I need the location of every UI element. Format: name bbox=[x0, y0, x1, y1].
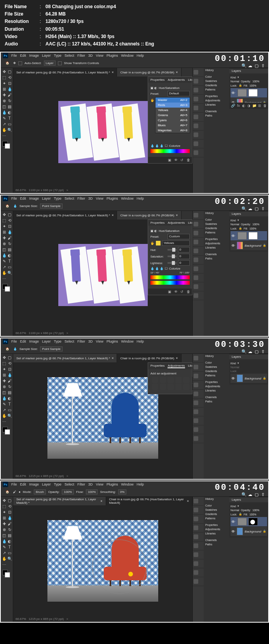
dd-greens[interactable]: GreensAlt+5 bbox=[155, 113, 190, 118]
close-tab-icon[interactable]: × bbox=[176, 70, 178, 74]
eraser-tool[interactable]: ◫ bbox=[2, 104, 7, 109]
close-tab-icon[interactable]: × bbox=[112, 70, 114, 74]
marquee-tool[interactable]: ⬚ bbox=[2, 75, 7, 80]
mixer-icon[interactable] bbox=[160, 384, 166, 390]
canvas-image[interactable] bbox=[58, 244, 148, 306]
workspace-icon[interactable]: ▢ bbox=[255, 63, 260, 69]
hue-spectrum-range[interactable] bbox=[150, 281, 190, 285]
canvas-image[interactable] bbox=[58, 101, 148, 163]
menu-3d[interactable]: 3D bbox=[88, 54, 93, 57]
new-icon[interactable]: ⊞ bbox=[258, 103, 262, 108]
channel-dropdown[interactable]: Yellows bbox=[162, 240, 190, 246]
layer-background[interactable]: 👁Background🔒 bbox=[231, 527, 267, 536]
lasso-tool[interactable]: ⟲ bbox=[7, 75, 12, 80]
delete-icon[interactable]: 🗑 bbox=[186, 158, 190, 162]
levels-icon[interactable] bbox=[160, 377, 166, 383]
history-brush-tool[interactable]: ↻ bbox=[7, 98, 12, 103]
tab-pens[interactable]: Set of marker pens.jpg @ 66.7% (Hue/Satu… bbox=[13, 68, 117, 77]
vibrance-icon[interactable] bbox=[183, 377, 189, 383]
poster-icon[interactable] bbox=[183, 384, 189, 390]
layer-huesat[interactable]: 👁 bbox=[231, 517, 267, 526]
sat-slider[interactable] bbox=[168, 256, 176, 257]
dd-master[interactable]: MasterAlt+2 bbox=[155, 97, 190, 103]
layers-tab[interactable]: Layers bbox=[229, 68, 268, 73]
brush-tool[interactable]: 🖌 bbox=[7, 92, 12, 97]
hue-slider[interactable] bbox=[168, 249, 176, 251]
move-tool[interactable]: ✥ bbox=[2, 69, 7, 74]
wand-tool[interactable]: ✦ bbox=[2, 80, 7, 86]
menu-select[interactable]: Select bbox=[65, 54, 74, 57]
menu-image[interactable]: Image bbox=[29, 54, 39, 57]
menu-edit[interactable]: Edit bbox=[20, 54, 26, 57]
autoselect-checkbox[interactable] bbox=[18, 61, 22, 65]
patterns-panel-btn[interactable] bbox=[193, 104, 204, 113]
menu-window[interactable]: Window bbox=[121, 54, 134, 57]
adj-icon[interactable]: ◑ bbox=[247, 103, 250, 108]
tab-pens[interactable]: Set of marker pens.jpg @ 66.7% (Hue/Satu… bbox=[13, 211, 117, 219]
color-panel-btn[interactable] bbox=[193, 77, 204, 86]
gradients-panel-btn[interactable] bbox=[193, 95, 204, 104]
eye-icon[interactable]: 👁 bbox=[231, 91, 236, 95]
pen-tool[interactable]: ✎ bbox=[2, 115, 7, 121]
gradient-tool[interactable]: ▤ bbox=[7, 104, 12, 109]
zoom-tool[interactable]: 🔍 bbox=[7, 127, 12, 132]
fx-icon[interactable]: fx bbox=[237, 103, 240, 108]
canvas-image[interactable] bbox=[47, 520, 158, 602]
link-icon[interactable]: 🔗 bbox=[231, 103, 235, 108]
edit-toolbar[interactable]: ⋯ bbox=[2, 133, 7, 138]
ps-logo-icon[interactable]: Ps bbox=[3, 53, 8, 58]
path-tool[interactable]: ↗ bbox=[2, 121, 7, 127]
properties-panel-btn[interactable] bbox=[193, 113, 204, 122]
menu-type[interactable]: Type bbox=[54, 54, 62, 57]
trash-icon[interactable]: 🗑 bbox=[263, 103, 267, 108]
tab-chair[interactable]: Chair in a room.jpg @ 66.7% (RGB/8#)× bbox=[117, 68, 181, 77]
dd-reds[interactable]: RedsAlt+3 bbox=[155, 103, 190, 108]
properties-tab[interactable]: Properties bbox=[150, 78, 164, 82]
tab-chair[interactable]: Chair in a room.jpg @ 66.7% (RGB/8#)× bbox=[117, 211, 181, 219]
huesat-icon[interactable] bbox=[191, 377, 192, 383]
dd-yellows[interactable]: YellowsAlt+4 bbox=[155, 108, 190, 113]
dd-cyans[interactable]: CyansAlt+6 bbox=[155, 118, 190, 123]
preset-dropdown[interactable]: Custom bbox=[168, 234, 190, 239]
blur-tool[interactable]: 💧 bbox=[2, 110, 7, 115]
showtransform-checkbox[interactable] bbox=[58, 61, 62, 65]
folder-icon[interactable]: 📁 bbox=[252, 103, 257, 108]
light-slider[interactable] bbox=[168, 262, 176, 264]
crop-tool[interactable]: ⊡ bbox=[7, 80, 12, 86]
lookup-icon[interactable] bbox=[168, 384, 174, 390]
dd-magentas[interactable]: MagentasAlt+8 bbox=[155, 128, 190, 133]
color-swatches[interactable] bbox=[2, 140, 12, 150]
paths-panel-btn[interactable] bbox=[193, 148, 204, 157]
colorize-label[interactable]: Colorize bbox=[169, 144, 180, 148]
clip-icon[interactable]: ▣ bbox=[167, 158, 172, 162]
search-icon[interactable]: 🔍 bbox=[241, 63, 247, 69]
libraries-tab[interactable]: Libraries bbox=[188, 78, 193, 82]
stamp-tool[interactable]: ⊗ bbox=[2, 98, 7, 103]
home-icon[interactable]: 🏠 bbox=[4, 203, 11, 210]
brightness-icon[interactable] bbox=[152, 377, 158, 383]
libraries-panel-btn[interactable] bbox=[193, 131, 204, 139]
home-icon[interactable]: 🏠 bbox=[4, 60, 11, 67]
swatches-panel-btn[interactable] bbox=[193, 86, 204, 95]
type-tool[interactable]: T bbox=[7, 115, 12, 121]
preset-dropdown[interactable]: Default bbox=[168, 91, 190, 96]
frame-tool[interactable]: ⊞ bbox=[2, 86, 7, 92]
curves-icon[interactable] bbox=[168, 377, 174, 383]
background-color[interactable] bbox=[5, 143, 10, 149]
channels-panel-btn[interactable] bbox=[193, 139, 204, 148]
layer-huesat[interactable]: 👁 bbox=[231, 88, 267, 97]
canvas-image[interactable] bbox=[47, 377, 158, 459]
photo-icon[interactable] bbox=[152, 384, 158, 390]
eyedropper-tool[interactable]: 💧 bbox=[7, 86, 12, 92]
eye-icon[interactable]: 👁 bbox=[173, 158, 178, 162]
menu-file[interactable]: File bbox=[11, 54, 17, 57]
reset-icon[interactable]: ↺ bbox=[180, 158, 184, 162]
threshold-icon[interactable] bbox=[191, 384, 192, 390]
adjustments-panel-btn[interactable] bbox=[193, 122, 204, 131]
dd-blues[interactable]: BluesAlt+7 bbox=[155, 123, 190, 128]
menu-layer[interactable]: Layer bbox=[42, 54, 51, 57]
artboard-tool[interactable]: ▢ bbox=[7, 69, 12, 74]
ps-logo-icon[interactable]: Ps bbox=[3, 196, 8, 201]
sample-dropdown[interactable]: Point Sample bbox=[40, 204, 63, 209]
cloud-icon[interactable]: ☁ bbox=[248, 63, 253, 69]
